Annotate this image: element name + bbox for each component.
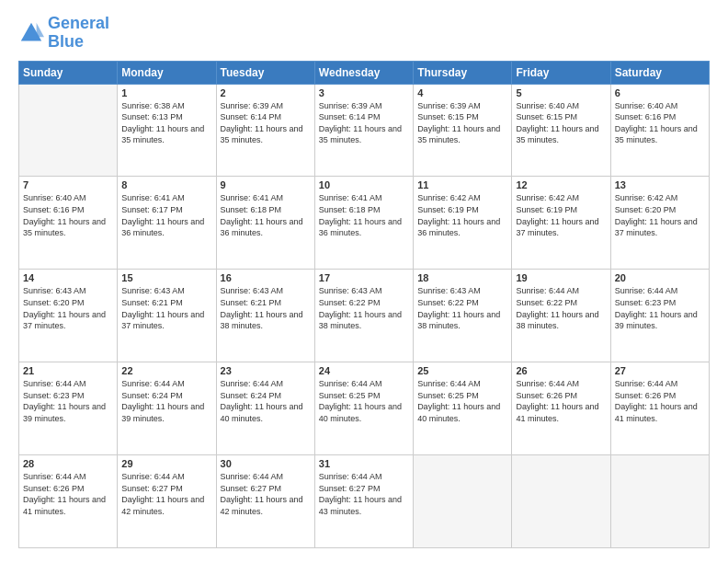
day-info: Sunrise: 6:44 AMSunset: 6:26 PMDaylight:… <box>23 471 113 517</box>
day-info: Sunrise: 6:44 AMSunset: 6:27 PMDaylight:… <box>221 471 311 517</box>
calendar-cell <box>414 455 512 548</box>
svg-marker-1 <box>37 23 44 37</box>
calendar-cell: 9Sunrise: 6:41 AMSunset: 6:18 PMDaylight… <box>216 177 314 270</box>
day-number: 8 <box>121 179 211 190</box>
day-info: Sunrise: 6:42 AMSunset: 6:20 PMDaylight:… <box>615 192 705 238</box>
day-number: 15 <box>121 272 211 283</box>
weekday-header-row: SundayMondayTuesdayWednesdayThursdayFrid… <box>19 61 710 84</box>
calendar-cell: 8Sunrise: 6:41 AMSunset: 6:17 PMDaylight… <box>118 177 216 270</box>
calendar-cell: 6Sunrise: 6:40 AMSunset: 6:16 PMDaylight… <box>610 84 709 177</box>
weekday-header: Wednesday <box>314 61 413 84</box>
day-info: Sunrise: 6:44 AMSunset: 6:27 PMDaylight:… <box>121 471 211 517</box>
day-number: 9 <box>221 179 311 190</box>
day-number: 12 <box>516 179 606 190</box>
calendar-week-row: 7Sunrise: 6:40 AMSunset: 6:16 PMDaylight… <box>19 177 710 270</box>
day-number: 25 <box>417 365 507 376</box>
day-info: Sunrise: 6:41 AMSunset: 6:18 PMDaylight:… <box>319 192 409 238</box>
calendar-cell <box>512 455 610 548</box>
calendar-cell: 2Sunrise: 6:39 AMSunset: 6:14 PMDaylight… <box>216 84 314 177</box>
calendar-cell: 10Sunrise: 6:41 AMSunset: 6:18 PMDayligh… <box>314 177 413 270</box>
calendar: SundayMondayTuesdayWednesdayThursdayFrid… <box>18 61 710 548</box>
day-info: Sunrise: 6:43 AMSunset: 6:22 PMDaylight:… <box>417 285 507 331</box>
calendar-cell: 18Sunrise: 6:43 AMSunset: 6:22 PMDayligh… <box>414 270 512 362</box>
day-info: Sunrise: 6:41 AMSunset: 6:17 PMDaylight:… <box>121 192 211 238</box>
weekday-header: Monday <box>118 61 216 84</box>
weekday-header: Thursday <box>414 61 512 84</box>
day-number: 1 <box>121 87 211 98</box>
calendar-cell <box>19 84 118 177</box>
day-number: 30 <box>221 458 311 469</box>
calendar-cell: 16Sunrise: 6:43 AMSunset: 6:21 PMDayligh… <box>216 270 314 362</box>
day-number: 28 <box>23 458 113 469</box>
day-number: 24 <box>319 365 409 376</box>
weekday-header: Sunday <box>19 61 118 84</box>
calendar-cell: 21Sunrise: 6:44 AMSunset: 6:23 PMDayligh… <box>19 362 118 455</box>
day-info: Sunrise: 6:40 AMSunset: 6:16 PMDaylight:… <box>615 100 705 146</box>
day-number: 23 <box>221 365 311 376</box>
day-info: Sunrise: 6:42 AMSunset: 6:19 PMDaylight:… <box>516 192 606 238</box>
calendar-week-row: 28Sunrise: 6:44 AMSunset: 6:26 PMDayligh… <box>19 455 710 548</box>
day-info: Sunrise: 6:38 AMSunset: 6:13 PMDaylight:… <box>121 100 211 146</box>
weekday-header: Saturday <box>610 61 709 84</box>
day-info: Sunrise: 6:44 AMSunset: 6:26 PMDaylight:… <box>516 378 606 424</box>
calendar-cell: 17Sunrise: 6:43 AMSunset: 6:22 PMDayligh… <box>314 270 413 362</box>
calendar-cell: 29Sunrise: 6:44 AMSunset: 6:27 PMDayligh… <box>118 455 216 548</box>
day-number: 20 <box>615 272 705 283</box>
calendar-week-row: 1Sunrise: 6:38 AMSunset: 6:13 PMDaylight… <box>19 84 710 177</box>
day-info: Sunrise: 6:43 AMSunset: 6:22 PMDaylight:… <box>319 285 409 331</box>
calendar-cell: 26Sunrise: 6:44 AMSunset: 6:26 PMDayligh… <box>512 362 610 455</box>
calendar-cell: 20Sunrise: 6:44 AMSunset: 6:23 PMDayligh… <box>610 270 709 362</box>
calendar-cell: 19Sunrise: 6:44 AMSunset: 6:22 PMDayligh… <box>512 270 610 362</box>
page: General Blue SundayMondayTuesdayWednesda… <box>0 0 728 563</box>
logo: General Blue <box>18 15 109 52</box>
day-info: Sunrise: 6:44 AMSunset: 6:24 PMDaylight:… <box>121 378 211 424</box>
day-info: Sunrise: 6:44 AMSunset: 6:23 PMDaylight:… <box>23 378 113 424</box>
day-info: Sunrise: 6:44 AMSunset: 6:25 PMDaylight:… <box>417 378 507 424</box>
calendar-cell: 4Sunrise: 6:39 AMSunset: 6:15 PMDaylight… <box>414 84 512 177</box>
calendar-cell: 7Sunrise: 6:40 AMSunset: 6:16 PMDaylight… <box>19 177 118 270</box>
day-number: 22 <box>121 365 211 376</box>
calendar-cell: 24Sunrise: 6:44 AMSunset: 6:25 PMDayligh… <box>314 362 413 455</box>
calendar-cell: 14Sunrise: 6:43 AMSunset: 6:20 PMDayligh… <box>19 270 118 362</box>
logo-text: General Blue <box>48 15 109 52</box>
day-number: 5 <box>516 87 606 98</box>
day-number: 3 <box>319 87 409 98</box>
header: General Blue <box>18 15 710 52</box>
day-info: Sunrise: 6:44 AMSunset: 6:26 PMDaylight:… <box>615 378 705 424</box>
day-number: 14 <box>23 272 113 283</box>
calendar-week-row: 21Sunrise: 6:44 AMSunset: 6:23 PMDayligh… <box>19 362 710 455</box>
day-number: 31 <box>319 458 409 469</box>
day-info: Sunrise: 6:39 AMSunset: 6:15 PMDaylight:… <box>417 100 507 146</box>
day-info: Sunrise: 6:43 AMSunset: 6:21 PMDaylight:… <box>221 285 311 331</box>
day-info: Sunrise: 6:40 AMSunset: 6:16 PMDaylight:… <box>23 192 113 238</box>
day-number: 6 <box>615 87 705 98</box>
day-number: 11 <box>417 179 507 190</box>
day-info: Sunrise: 6:43 AMSunset: 6:20 PMDaylight:… <box>23 285 113 331</box>
calendar-cell: 1Sunrise: 6:38 AMSunset: 6:13 PMDaylight… <box>118 84 216 177</box>
calendar-cell <box>610 455 709 548</box>
day-number: 13 <box>615 179 705 190</box>
day-info: Sunrise: 6:40 AMSunset: 6:15 PMDaylight:… <box>516 100 606 146</box>
calendar-cell: 3Sunrise: 6:39 AMSunset: 6:14 PMDaylight… <box>314 84 413 177</box>
day-info: Sunrise: 6:41 AMSunset: 6:18 PMDaylight:… <box>221 192 311 238</box>
logo-icon <box>18 20 44 46</box>
calendar-cell: 12Sunrise: 6:42 AMSunset: 6:19 PMDayligh… <box>512 177 610 270</box>
day-info: Sunrise: 6:39 AMSunset: 6:14 PMDaylight:… <box>319 100 409 146</box>
day-info: Sunrise: 6:42 AMSunset: 6:19 PMDaylight:… <box>417 192 507 238</box>
day-number: 26 <box>516 365 606 376</box>
day-info: Sunrise: 6:44 AMSunset: 6:22 PMDaylight:… <box>516 285 606 331</box>
day-number: 21 <box>23 365 113 376</box>
day-info: Sunrise: 6:44 AMSunset: 6:24 PMDaylight:… <box>221 378 311 424</box>
day-info: Sunrise: 6:44 AMSunset: 6:23 PMDaylight:… <box>615 285 705 331</box>
calendar-cell: 27Sunrise: 6:44 AMSunset: 6:26 PMDayligh… <box>610 362 709 455</box>
calendar-cell: 30Sunrise: 6:44 AMSunset: 6:27 PMDayligh… <box>216 455 314 548</box>
weekday-header: Friday <box>512 61 610 84</box>
day-number: 7 <box>23 179 113 190</box>
day-number: 18 <box>417 272 507 283</box>
calendar-cell: 31Sunrise: 6:44 AMSunset: 6:27 PMDayligh… <box>314 455 413 548</box>
calendar-cell: 22Sunrise: 6:44 AMSunset: 6:24 PMDayligh… <box>118 362 216 455</box>
weekday-header: Tuesday <box>216 61 314 84</box>
day-info: Sunrise: 6:44 AMSunset: 6:25 PMDaylight:… <box>319 378 409 424</box>
day-number: 10 <box>319 179 409 190</box>
calendar-week-row: 14Sunrise: 6:43 AMSunset: 6:20 PMDayligh… <box>19 270 710 362</box>
